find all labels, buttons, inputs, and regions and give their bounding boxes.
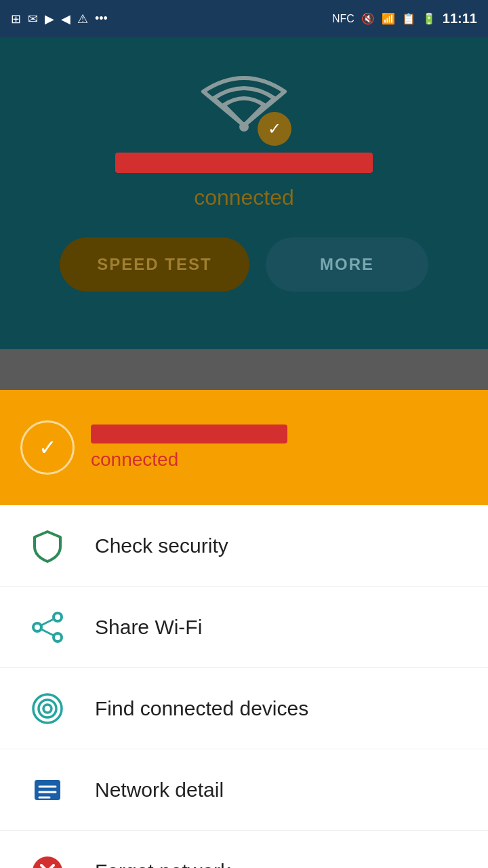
orange-ssid-redacted-bar (91, 425, 287, 443)
play-icon: ▶ (45, 12, 54, 26)
orange-check-circle: ✓ (20, 420, 75, 475)
network-detail-label: Network detail (95, 778, 224, 802)
action-buttons-row: SPEED TEST MORE (60, 237, 428, 292)
svg-point-0 (239, 122, 249, 132)
battery-icon: 🔋 (422, 12, 436, 25)
mute-icon: 🔇 (361, 12, 375, 25)
radar-icon (27, 688, 68, 729)
find-devices-label: Find connected devices (95, 697, 308, 720)
svg-point-3 (33, 623, 41, 631)
more-icon: ••• (95, 12, 108, 26)
connected-status: connected (194, 185, 294, 210)
sim-icon: 📋 (402, 12, 415, 25)
check-security-label: Check security (95, 534, 228, 557)
svg-point-7 (39, 700, 56, 717)
partial-card (0, 349, 488, 390)
svg-point-2 (54, 633, 62, 642)
notification-icon-grid: ⊞ (11, 12, 21, 26)
menu-item-find-devices[interactable]: Find connected devices (0, 668, 488, 749)
nfc-indicator: NFC (332, 13, 354, 25)
speed-test-button[interactable]: SPEED TEST (60, 237, 249, 292)
shield-icon (27, 526, 68, 566)
wifi-icon-container: ✓ (190, 64, 298, 146)
close-circle-icon (27, 851, 68, 869)
warning-icon: ⚠ (77, 12, 88, 26)
menu-list: Check security Share Wi-Fi Find connecte… (0, 505, 488, 868)
orange-panel: ✓ connected (0, 390, 488, 505)
app-background: ✓ connected SPEED TEST MORE (0, 37, 488, 390)
svg-point-6 (43, 705, 52, 713)
orange-connected-label: connected (91, 449, 287, 471)
svg-point-1 (54, 613, 62, 621)
back-icon-small: ◀ (61, 12, 70, 26)
list-icon (27, 770, 68, 810)
wifi-check-badge: ✓ (258, 112, 291, 146)
clock: 11:11 (443, 11, 477, 26)
menu-item-network-detail[interactable]: Network detail (0, 749, 488, 831)
menu-item-forget-network[interactable]: Forget network (0, 831, 488, 868)
gmail-icon: ✉ (28, 12, 38, 26)
svg-line-4 (41, 619, 54, 625)
svg-line-5 (41, 629, 54, 635)
status-bar: ⊞ ✉ ▶ ◀ ⚠ ••• NFC 🔇 📶 📋 🔋 11:11 (0, 0, 488, 37)
status-bar-right: NFC 🔇 📶 📋 🔋 11:11 (332, 11, 477, 26)
status-bar-left: ⊞ ✉ ▶ ◀ ⚠ ••• (11, 12, 108, 26)
menu-item-share-wifi[interactable]: Share Wi-Fi (0, 587, 488, 668)
wifi-signal-icon: 📶 (382, 12, 395, 25)
ssid-redacted-bar (115, 153, 373, 173)
menu-item-check-security[interactable]: Check security (0, 505, 488, 587)
share-wifi-label: Share Wi-Fi (95, 616, 202, 639)
forget-network-label: Forget network (95, 860, 230, 869)
svg-point-13 (33, 856, 62, 869)
more-button[interactable]: MORE (266, 237, 428, 292)
orange-panel-content: connected (91, 425, 287, 471)
share-icon (27, 607, 68, 648)
